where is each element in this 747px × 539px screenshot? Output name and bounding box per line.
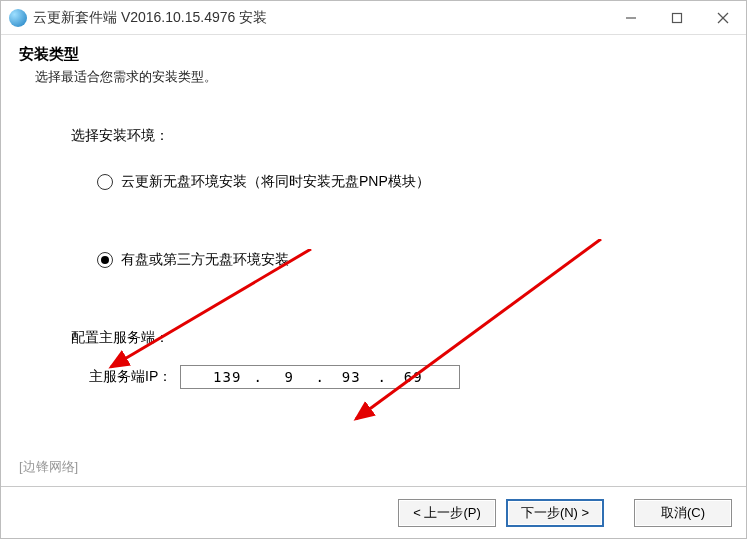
titlebar: 云更新套件端 V2016.10.15.4976 安装 xyxy=(1,1,746,35)
prev-button[interactable]: < 上一步(P) xyxy=(398,499,496,527)
radio-option-disk[interactable]: 有盘或第三方无盘环境安装 xyxy=(97,251,676,269)
maximize-button[interactable] xyxy=(654,1,700,34)
svg-rect-1 xyxy=(673,13,682,22)
radio-label: 云更新无盘环境安装（将同时安装无盘PNP模块） xyxy=(121,173,430,191)
page-title: 安装类型 xyxy=(19,45,728,64)
close-button[interactable] xyxy=(700,1,746,34)
radio-icon xyxy=(97,174,113,190)
ip-dot: . xyxy=(249,369,267,385)
window-title: 云更新套件端 V2016.10.15.4976 安装 xyxy=(33,9,608,27)
ip-dot: . xyxy=(311,369,329,385)
page-subtitle: 选择最适合您需求的安装类型。 xyxy=(35,68,728,86)
ip-octet-1[interactable]: 139 xyxy=(205,369,249,385)
next-button[interactable]: 下一步(N) > xyxy=(506,499,604,527)
installer-window: 云更新套件端 V2016.10.15.4976 安装 安装类型 选择最适合您需求… xyxy=(0,0,747,539)
ip-row: 主服务端IP： 139 . 9 . 93 . 69 xyxy=(89,365,676,389)
ip-octet-4[interactable]: 69 xyxy=(391,369,435,385)
install-env-label: 选择安装环境： xyxy=(71,127,676,145)
app-icon xyxy=(9,9,27,27)
footer: < 上一步(P) 下一步(N) > 取消(C) xyxy=(1,486,746,538)
minimize-button[interactable] xyxy=(608,1,654,34)
page-header: 安装类型 选择最适合您需求的安装类型。 xyxy=(1,35,746,99)
ip-octet-3[interactable]: 93 xyxy=(329,369,373,385)
radio-label: 有盘或第三方无盘环境安装 xyxy=(121,251,289,269)
server-section: 配置主服务端： 主服务端IP： 139 . 9 . 93 . 69 xyxy=(71,329,676,389)
ip-input[interactable]: 139 . 9 . 93 . 69 xyxy=(180,365,460,389)
radio-option-diskless[interactable]: 云更新无盘环境安装（将同时安装无盘PNP模块） xyxy=(97,173,676,191)
radio-icon xyxy=(97,252,113,268)
brand-label: [边锋网络] xyxy=(19,458,78,476)
server-label: 配置主服务端： xyxy=(71,329,676,347)
window-controls xyxy=(608,1,746,34)
content-area: 选择安装环境： 云更新无盘环境安装（将同时安装无盘PNP模块） 有盘或第三方无盘… xyxy=(1,99,746,486)
cancel-button[interactable]: 取消(C) xyxy=(634,499,732,527)
ip-dot: . xyxy=(373,369,391,385)
ip-label: 主服务端IP： xyxy=(89,368,172,386)
ip-octet-2[interactable]: 9 xyxy=(267,369,311,385)
